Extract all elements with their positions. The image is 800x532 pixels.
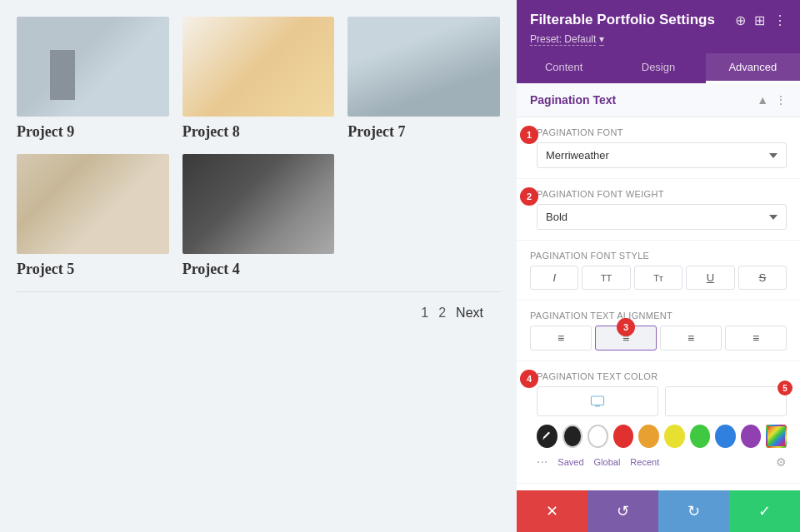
pagination-page-1[interactable]: 1 xyxy=(421,306,428,321)
badge-4: 4 xyxy=(520,370,538,388)
white-swatch[interactable] xyxy=(588,425,608,448)
green-swatch[interactable] xyxy=(690,425,711,448)
portfolio-panel: Project 9 Project 8 Project 7 Project 5 … xyxy=(0,0,517,532)
portfolio-thumb-4 xyxy=(182,154,335,254)
color-input-monitor[interactable] xyxy=(537,386,658,416)
pagination-page-2[interactable]: 2 xyxy=(438,306,446,321)
align-justify-btn[interactable]: ≡ xyxy=(725,326,787,351)
layout-icon[interactable]: ⊞ xyxy=(754,12,765,28)
color-tabs: ··· Saved Global Recent ⚙ xyxy=(537,455,787,470)
more-icon[interactable]: ⋮ xyxy=(773,12,787,28)
save-button[interactable]: ✓ xyxy=(729,490,800,532)
redo-button[interactable]: ↻ xyxy=(658,490,729,532)
portfolio-title-4: Project 4 xyxy=(182,261,335,278)
tab-design[interactable]: Design xyxy=(611,53,705,83)
portfolio-title-8: Project 8 xyxy=(182,123,335,141)
text-color-label: Pagination Text Color xyxy=(537,371,787,381)
portfolio-title-7: Project 7 xyxy=(348,123,500,141)
font-style-field: Pagination Font Style I TT Tт U S xyxy=(517,241,800,301)
orange-swatch[interactable] xyxy=(638,425,659,448)
portfolio-item-5: Project 5 xyxy=(17,154,169,278)
global-tab[interactable]: Global xyxy=(594,457,621,467)
portfolio-thumb-8 xyxy=(182,17,335,117)
settings-header: Filterable Portfolio Settings ⊕ ⊞ ⋮ Pres… xyxy=(517,0,800,53)
portfolio-item-8: Project 8 xyxy=(182,17,335,141)
portfolio-item-7: Project 7 xyxy=(348,17,500,141)
italic-btn[interactable]: I xyxy=(530,266,578,290)
capitalize-btn[interactable]: Tт xyxy=(634,266,682,290)
focus-icon[interactable]: ⊕ xyxy=(735,12,746,28)
settings-header-top: Filterable Portfolio Settings ⊕ ⊞ ⋮ xyxy=(530,12,787,28)
align-center-btn[interactable]: ≡ 3 xyxy=(595,326,657,351)
pagination-text-section: Pagination Text ▲ ⋮ xyxy=(517,83,800,117)
section-collapse-icon[interactable]: ▲ xyxy=(757,93,768,107)
eyedropper-swatch[interactable] xyxy=(537,425,558,448)
portfolio-thumb-7 xyxy=(348,17,500,117)
badge-5: 5 xyxy=(778,380,792,395)
align-right-btn[interactable]: ≡ xyxy=(660,326,722,351)
portfolio-thumb-9 xyxy=(17,17,169,117)
portfolio-title-5: Project 5 xyxy=(17,261,169,278)
tab-advanced[interactable]: Advanced xyxy=(706,53,800,83)
reset-button[interactable]: ↺ xyxy=(588,490,658,532)
style-buttons: I TT Tт U S xyxy=(530,266,787,290)
yellow-swatch[interactable] xyxy=(664,425,685,448)
pagination: 1 2 Next xyxy=(17,291,500,334)
svg-rect-0 xyxy=(592,396,604,405)
underline-btn[interactable]: U xyxy=(686,266,734,290)
font-weight-select[interactable]: Bold xyxy=(537,204,787,230)
text-alignment-label: Pagination Text Alignment xyxy=(530,311,787,321)
preset-label: Preset: Default xyxy=(530,33,596,46)
font-weight-label: Pagination Font Weight xyxy=(537,189,787,199)
portfolio-thumb-5 xyxy=(17,154,169,254)
section-more-icon[interactable]: ⋮ xyxy=(775,93,787,107)
tab-content[interactable]: Content xyxy=(517,53,611,83)
badge-2: 2 xyxy=(520,187,538,206)
settings-tabs: Content Design Advanced xyxy=(517,53,800,83)
settings-content: Pagination Text ▲ ⋮ 1 Pagination Font Me… xyxy=(517,83,800,490)
color-inputs-row: 5 xyxy=(537,386,787,416)
badge-3: 3 xyxy=(617,318,635,336)
portfolio-item-empty xyxy=(348,154,500,278)
text-size-field: 6 Pagination Text Size 26px xyxy=(517,484,800,490)
section-title: Pagination Text xyxy=(530,93,616,107)
font-weight-field: 2 Pagination Font Weight Bold xyxy=(517,179,800,241)
font-field: 1 Pagination Font Merriweather xyxy=(517,117,800,179)
color-swatches xyxy=(537,425,787,448)
strikethrough-btn[interactable]: S xyxy=(738,266,787,290)
settings-panel-title: Filterable Portfolio Settings xyxy=(530,12,715,28)
portfolio-item-9: Project 9 xyxy=(17,17,169,141)
color-input-text[interactable]: 5 xyxy=(665,386,787,416)
portfolio-grid: Project 9 Project 8 Project 7 Project 5 … xyxy=(17,17,500,278)
alignment-buttons: ≡ ≡ 3 ≡ ≡ xyxy=(530,326,787,351)
rainbow-swatch[interactable] xyxy=(766,425,787,448)
align-left-btn[interactable]: ≡ xyxy=(530,326,592,351)
dots-icon[interactable]: ··· xyxy=(537,455,548,470)
font-label: Pagination Font xyxy=(537,127,787,137)
font-select[interactable]: Merriweather xyxy=(537,142,787,168)
preset-arrow: ▾ xyxy=(599,33,604,46)
section-controls: ▲ ⋮ xyxy=(757,93,787,107)
blue-swatch[interactable] xyxy=(715,425,736,448)
color-settings-icon[interactable]: ⚙ xyxy=(776,455,787,469)
header-icons: ⊕ ⊞ ⋮ xyxy=(735,12,787,28)
uppercase-btn[interactable]: TT xyxy=(582,266,630,290)
portfolio-item-4: Project 4 xyxy=(182,154,335,278)
recent-tab[interactable]: Recent xyxy=(630,457,659,467)
portfolio-title-9: Project 9 xyxy=(17,123,169,141)
settings-toolbar: ✕ ↺ ↻ ✓ xyxy=(517,490,800,532)
text-color-field: 4 Pagination Text Color 5 xyxy=(517,361,800,484)
red-swatch[interactable] xyxy=(613,425,634,448)
badge-1: 1 xyxy=(520,126,538,144)
cancel-button[interactable]: ✕ xyxy=(517,490,588,532)
black-swatch[interactable] xyxy=(562,425,583,448)
purple-swatch[interactable] xyxy=(741,425,762,448)
text-alignment-field: Pagination Text Alignment ≡ ≡ 3 ≡ ≡ xyxy=(517,301,800,361)
preset-selector[interactable]: Preset: Default ▾ xyxy=(530,33,787,45)
saved-tab[interactable]: Saved xyxy=(558,457,583,467)
font-style-label: Pagination Font Style xyxy=(530,251,787,261)
pagination-next[interactable]: Next xyxy=(456,306,483,321)
settings-panel: Filterable Portfolio Settings ⊕ ⊞ ⋮ Pres… xyxy=(517,0,800,532)
